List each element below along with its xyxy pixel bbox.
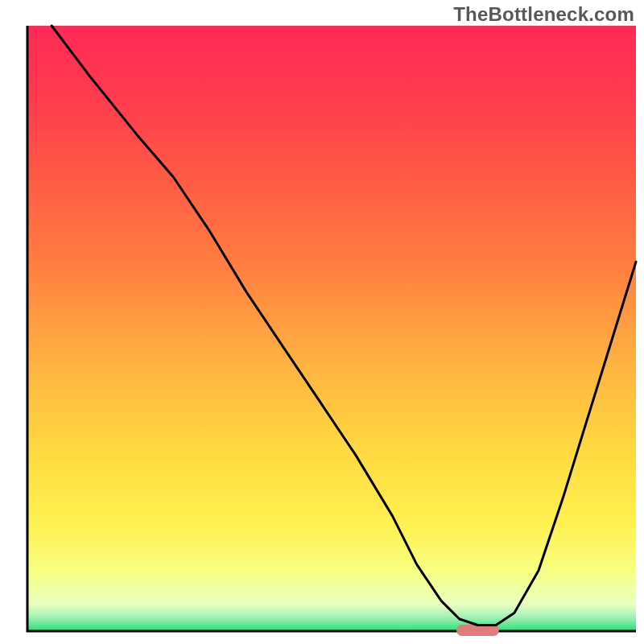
bottleneck-chart <box>0 0 644 644</box>
plot-background <box>27 26 636 631</box>
chart-container: TheBottleneck.com <box>0 0 644 644</box>
optimal-marker <box>456 625 499 636</box>
watermark-text: TheBottleneck.com <box>453 3 634 26</box>
